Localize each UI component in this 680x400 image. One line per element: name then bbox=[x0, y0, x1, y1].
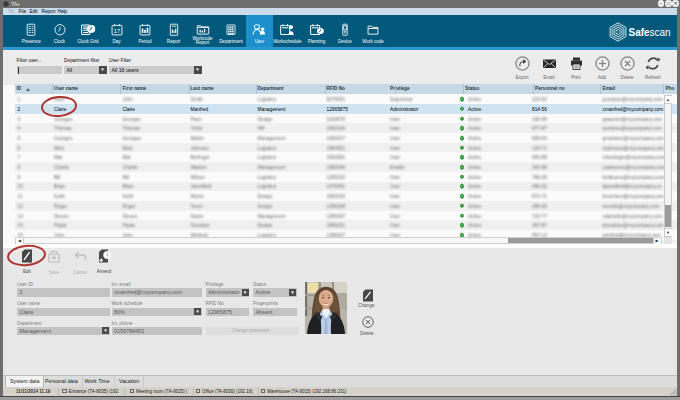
svg-text:Safe: Safe bbox=[628, 27, 650, 38]
svg-text:scan: scan bbox=[649, 27, 670, 38]
svg-text:17: 17 bbox=[113, 28, 119, 34]
